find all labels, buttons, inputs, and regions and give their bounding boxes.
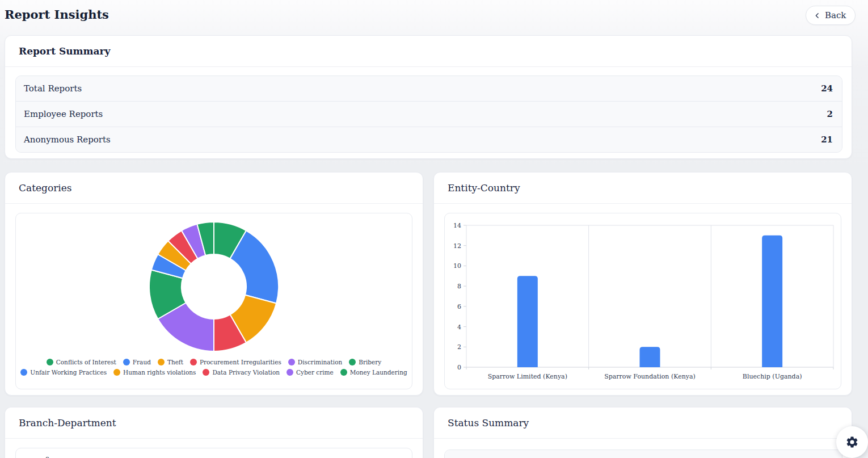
status-summary-title: Status Summary (434, 407, 852, 439)
legend-color-chip (349, 359, 356, 365)
row-value: 21 (821, 135, 833, 145)
axis-label: 8 (457, 283, 461, 290)
axis-label: 0 (457, 364, 461, 371)
axis-label: 10 (453, 262, 461, 270)
bar (517, 276, 538, 367)
entity-country-chart-box: 02468101214Sparrow Limited (Kenya)Sparro… (444, 213, 841, 389)
legend-color-chip (340, 369, 347, 376)
axis-label: 6 (457, 303, 461, 310)
gear-icon (845, 435, 859, 449)
axis-label: Sparrow Foundation (Kenya) (604, 373, 696, 380)
back-button[interactable]: Back (806, 6, 856, 25)
legend-item[interactable]: Unfair Working Practices (20, 369, 107, 376)
legend-color-chip (158, 359, 165, 365)
legend-color-chip (47, 359, 53, 365)
chevron-left-icon (814, 12, 821, 19)
legend-color-chip (20, 369, 27, 376)
categories-card: Categories Conflicts of InterestFraudThe… (5, 172, 423, 396)
categories-donut-chart (16, 213, 412, 355)
row-value: 24 (821, 83, 833, 94)
axis-label: 4 (457, 323, 461, 331)
table-row: Closed6 (445, 450, 842, 458)
row-label: Anonymous Reports (24, 135, 111, 145)
legend-label: Human rights violations (123, 369, 196, 376)
legend-color-chip (203, 369, 209, 376)
entity-country-title: Entity-Country (434, 173, 852, 204)
entity-country-card: Entity-Country 02468101214Sparrow Limite… (433, 172, 852, 396)
legend-label: Theft (167, 359, 183, 365)
legend-item[interactable]: Discrimination (288, 359, 342, 365)
legend-label: Bribery (359, 359, 381, 365)
page-title: Report Insights (5, 7, 109, 22)
status-summary-card: Status Summary Closed6 (433, 407, 852, 458)
legend-label: Fraud (133, 359, 151, 365)
report-summary-title: Report Summary (5, 36, 852, 67)
legend-label: Procurement Irregularities (200, 359, 281, 365)
legend-label: Conflicts of Interest (56, 359, 116, 365)
legend-label: Discrimination (298, 359, 342, 365)
settings-button[interactable] (836, 426, 868, 458)
row-label: Employee Reports (24, 109, 103, 119)
legend-item[interactable]: Theft (158, 359, 183, 365)
axis-label: Bluechip (Uganda) (743, 373, 802, 380)
categories-chart-box: Conflicts of InterestFraudTheftProcureme… (15, 213, 412, 389)
report-summary-table: Total Reports24Employee Reports2Anonymou… (15, 75, 842, 153)
table-row: Employee Reports2 (16, 102, 842, 127)
legend-item[interactable]: Conflicts of Interest (47, 359, 116, 365)
axis-label: 12 (453, 242, 461, 250)
legend-item[interactable]: Money Laundering (340, 369, 407, 376)
legend-color-chip (123, 359, 130, 365)
row-value: 2 (827, 109, 833, 119)
legend-color-chip (286, 369, 293, 376)
entity-country-bar-chart: 02468101214Sparrow Limited (Kenya)Sparro… (445, 213, 841, 389)
categories-legend: Conflicts of InterestFraudTheftProcureme… (16, 359, 412, 376)
legend-color-chip (288, 359, 295, 365)
branch-department-card: Branch-Department 8 (5, 407, 423, 458)
legend-label: Money Laundering (350, 369, 407, 376)
report-summary-card: Report Summary Total Reports24Employee R… (5, 35, 852, 159)
legend-item[interactable]: Procurement Irregularities (190, 359, 281, 365)
bar (762, 236, 782, 367)
table-row: Total Reports24 (16, 76, 842, 102)
legend-item[interactable]: Fraud (123, 359, 151, 365)
legend-color-chip (113, 369, 120, 376)
axis-label: 2 (457, 343, 461, 351)
axis-label: 14 (453, 222, 461, 229)
branch-department-title: Branch-Department (5, 407, 423, 439)
legend-color-chip (190, 359, 197, 365)
status-summary-table: Closed6 (444, 449, 842, 458)
axis-label: Sparrow Limited (Kenya) (488, 373, 567, 380)
row-label: Total Reports (24, 83, 82, 94)
branch-axis-tick-label: 8 (45, 456, 49, 458)
legend-label: Cyber crime (296, 369, 334, 376)
back-button-label: Back (825, 10, 846, 20)
legend-item[interactable]: Human rights violations (113, 369, 196, 376)
bar (640, 347, 660, 367)
report-insights-page: Report Insights Back Report Summary Tota… (0, 0, 868, 458)
legend-item[interactable]: Bribery (349, 359, 381, 365)
table-row: Anonymous Reports21 (16, 127, 842, 152)
legend-item[interactable]: Data Privacy Violation (203, 369, 280, 376)
categories-title: Categories (5, 173, 423, 204)
legend-label: Unfair Working Practices (30, 369, 107, 376)
legend-label: Data Privacy Violation (212, 369, 280, 376)
branch-department-chart-box: 8 (15, 448, 412, 458)
legend-item[interactable]: Cyber crime (286, 369, 334, 376)
